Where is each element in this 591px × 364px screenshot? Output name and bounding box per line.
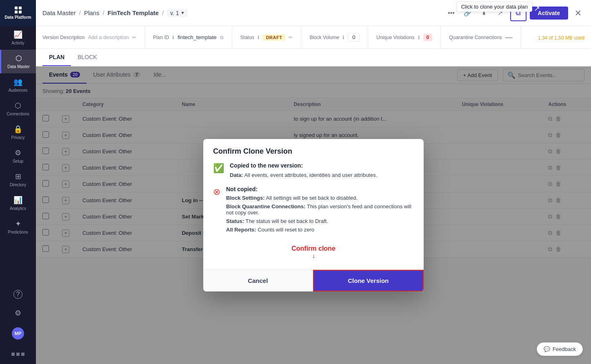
modal-body: ✅ Copied to the new version: Data: All e… bbox=[203, 162, 424, 269]
sidebar-item-profile[interactable]: MP bbox=[0, 323, 36, 344]
data-master-icon: ⬡ bbox=[16, 54, 22, 63]
plan-id-info-icon[interactable]: ℹ bbox=[172, 35, 174, 40]
sidebar-item-analytics[interactable]: 📊 Analytics bbox=[0, 192, 36, 215]
feedback-button[interactable]: 💬 Feedback bbox=[537, 342, 583, 356]
breadcrumb: Data Master / Plans / FinTech Template /… bbox=[42, 9, 442, 17]
breadcrumb-data-master[interactable]: Data Master bbox=[42, 9, 76, 16]
topnav: Data Master / Plans / FinTech Template /… bbox=[36, 0, 591, 26]
feedback-icon: 💬 bbox=[544, 346, 550, 352]
breadcrumb-fintech[interactable]: FinTech Template bbox=[108, 9, 159, 16]
plan-id-value: fintech_template bbox=[178, 34, 216, 40]
plan-id-field: Plan ID ℹ fintech_template ⧉ bbox=[145, 26, 232, 49]
activity-icon: 📈 bbox=[13, 30, 22, 39]
connections-icon: ⬡ bbox=[15, 101, 21, 110]
unique-violations-field: Unique Violations ℹ 0 bbox=[368, 26, 441, 49]
confirm-clone-modal: Confirm Clone Version ✅ Copied to the ne… bbox=[203, 139, 424, 291]
directory-icon: ⊞ bbox=[15, 172, 21, 181]
plan-block-tabs: PLAN BLOCK bbox=[36, 49, 591, 66]
modal-not-copied-section: ⊗ Not copied: Block Settings: All settin… bbox=[213, 186, 414, 235]
breadcrumb-plans[interactable]: Plans bbox=[84, 9, 100, 16]
cancel-button[interactable]: Cancel bbox=[203, 270, 313, 291]
check-icon: ✅ bbox=[213, 163, 224, 179]
confirm-clone-text: Confirm clone bbox=[213, 245, 414, 252]
breadcrumb-sep-1: / bbox=[79, 9, 81, 16]
main-content: Data Master / Plans / FinTech Template /… bbox=[36, 0, 591, 364]
sidebar-item-audiences[interactable]: 👥 Audiences bbox=[0, 73, 36, 97]
sidebar-item-connections[interactable]: ⬡ Connections bbox=[0, 97, 36, 121]
sidebar-item-directory[interactable]: ⊞ Directory bbox=[0, 168, 36, 192]
not-copied-item-3: All Reports: Counts will reset to zero bbox=[226, 227, 414, 233]
tab-block-label: BLOCK bbox=[78, 54, 97, 60]
status-label: Status bbox=[240, 35, 254, 40]
modal-not-copied-list: Block Settings: All settings will be set… bbox=[226, 195, 414, 233]
analytics-icon: 📊 bbox=[13, 196, 22, 205]
breadcrumb-sep-3: / bbox=[162, 9, 164, 16]
modal-copied-section: ✅ Copied to the new version: Data: All e… bbox=[213, 162, 414, 179]
plan-id-label: Plan ID bbox=[153, 35, 169, 40]
storage-indicator: 1.34 of 1.50 MB used bbox=[531, 34, 584, 41]
clone-hint-text: Click to clone your data plan bbox=[457, 2, 532, 12]
version-desc-label: Version Description bbox=[42, 35, 84, 40]
sidebar-item-activity[interactable]: 📈 Activity bbox=[0, 26, 36, 50]
x-circle-icon: ⊗ bbox=[213, 187, 220, 235]
minus-icon: — bbox=[505, 33, 513, 42]
app-logo[interactable]: Data Platform bbox=[0, 0, 36, 26]
confirm-clone-annotation: Confirm clone ↓ bbox=[213, 242, 414, 261]
annotation-arrow: ↗ bbox=[534, 4, 540, 13]
unique-violations-value: 0 bbox=[423, 34, 433, 41]
quarantine-connections-label: Quarantine Connections bbox=[449, 35, 502, 40]
modal-copied-text: Data: All events, event attributes, iden… bbox=[230, 171, 414, 179]
status-badge: DRAFT bbox=[263, 34, 286, 41]
tab-block[interactable]: BLOCK bbox=[71, 49, 103, 66]
predictions-icon: ✦ bbox=[15, 219, 21, 228]
not-copied-item-2: Status: The status will be set back to D… bbox=[226, 218, 414, 224]
ellipsis-icon: ••• bbox=[448, 9, 455, 17]
unique-violations-label: Unique Violations bbox=[376, 35, 414, 40]
modal-overlay[interactable]: Confirm Clone Version ✅ Copied to the ne… bbox=[36, 66, 591, 364]
tab-plan-label: PLAN bbox=[49, 54, 64, 60]
block-volume-field: Block Volume ℹ 0 bbox=[301, 26, 368, 49]
status-edit-icon[interactable]: ✏ bbox=[289, 35, 293, 40]
chevron-down-icon: ▼ bbox=[181, 11, 185, 15]
modal-not-copied-title: Not copied: bbox=[226, 186, 414, 192]
sidebar-item-privacy[interactable]: 🔒 Privacy bbox=[0, 121, 36, 144]
sidebar-item-setup[interactable]: ⚙ Setup bbox=[0, 144, 36, 168]
close-button[interactable]: ✕ bbox=[571, 7, 584, 20]
clone-version-button[interactable]: Clone Version bbox=[313, 270, 424, 291]
block-volume-label: Block Volume bbox=[309, 35, 339, 40]
edit-icon[interactable]: ✏ bbox=[132, 35, 136, 40]
settings-icon: ⚙ bbox=[15, 309, 21, 318]
version-desc-placeholder[interactable]: Add a description bbox=[88, 34, 129, 40]
version-label: v. 1 bbox=[170, 10, 179, 16]
quarantine-connections-field: Quarantine Connections — bbox=[441, 26, 521, 49]
block-volume-value: 0 bbox=[348, 33, 360, 42]
content-area: Events 20 User Attributes 7 Ide... + Add… bbox=[36, 66, 591, 364]
modal-title: Confirm Clone Version bbox=[203, 139, 424, 162]
close-icon: ✕ bbox=[575, 9, 582, 18]
sidebar-item-settings[interactable]: ⚙ bbox=[0, 304, 36, 322]
setup-icon: ⚙ bbox=[15, 148, 21, 157]
header-bar: Version Description Add a description ✏ … bbox=[36, 26, 591, 49]
modal-copied-content: Copied to the new version: Data: All eve… bbox=[230, 162, 414, 179]
tab-plan[interactable]: PLAN bbox=[42, 49, 71, 66]
storage-label: 1.34 of 1.50 MB used bbox=[538, 35, 584, 41]
sidebar-bottom: ? ⚙ MP bbox=[0, 286, 36, 364]
block-volume-info-icon[interactable]: ℹ bbox=[342, 35, 344, 40]
privacy-icon: 🔒 bbox=[13, 125, 22, 134]
sidebar-item-data-master[interactable]: ⬡ Data Master bbox=[0, 50, 36, 73]
sidebar-item-predictions[interactable]: ✦ Predictions bbox=[0, 215, 36, 239]
clone-annotation: Click to clone your data plan ↗ bbox=[457, 2, 528, 13]
app-name: Data Platform bbox=[4, 15, 31, 20]
confirm-clone-arrow: ↓ bbox=[213, 252, 414, 260]
unique-violations-info-icon[interactable]: ℹ bbox=[418, 35, 420, 40]
sidebar-item-help[interactable]: ? bbox=[0, 286, 36, 303]
more-options-button[interactable]: ••• bbox=[445, 7, 458, 20]
status-info-icon[interactable]: ℹ bbox=[258, 35, 260, 40]
version-selector[interactable]: v. 1 ▼ bbox=[167, 9, 188, 17]
audiences-icon: 👥 bbox=[13, 77, 22, 86]
not-copied-item-1: Block Quarantine Connections: This plan … bbox=[226, 203, 414, 216]
copy-icon[interactable]: ⧉ bbox=[220, 35, 224, 40]
feedback-label: Feedback bbox=[553, 346, 576, 352]
breadcrumb-sep-2: / bbox=[102, 9, 104, 16]
avatar: MP bbox=[12, 327, 24, 340]
